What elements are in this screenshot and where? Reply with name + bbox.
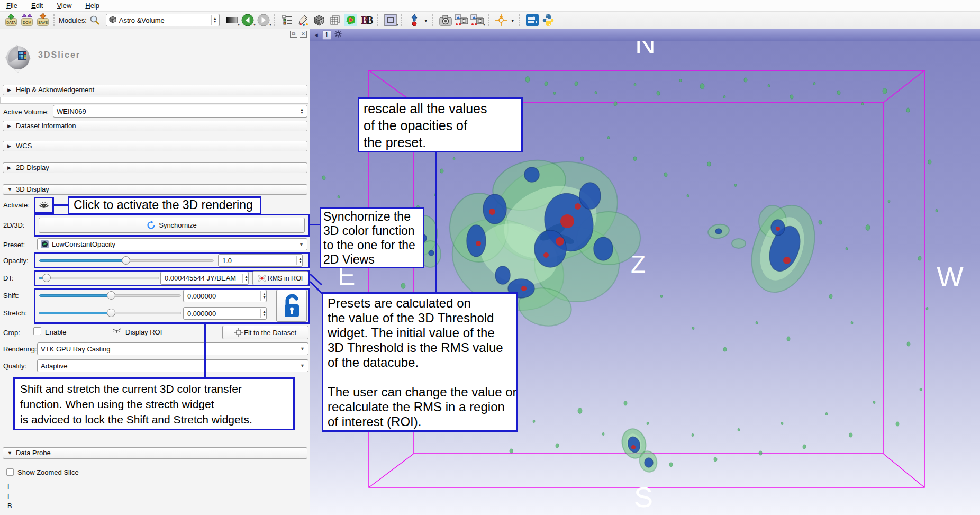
brains-registration-icon[interactable]: BB — [359, 13, 375, 28]
quality-combobox[interactable]: Adaptive ▼ — [37, 359, 308, 372]
view-controls-gear-icon[interactable] — [334, 30, 342, 40]
opacity-value: 1.0 — [222, 257, 296, 265]
help-strip — [0, 97, 308, 104]
toolbar-separator — [519, 14, 522, 26]
stretch-slider[interactable] — [39, 309, 181, 318]
orientation-label-n: N — [635, 41, 656, 59]
eye-icon — [39, 201, 49, 210]
shift-slider[interactable] — [39, 292, 181, 300]
pin-dropdown-icon[interactable]: ▾ — [422, 13, 430, 28]
menu-edit[interactable]: Edit — [31, 2, 43, 10]
probe-layer-f: F — [7, 492, 12, 500]
module-list-icon[interactable] — [279, 13, 295, 28]
fit-to-dataset-button[interactable]: Fit to the Dataset — [222, 326, 308, 339]
section-2d-display[interactable]: ▶2D Display — [3, 162, 307, 173]
section-dataset-information[interactable]: ▶Dataset Information — [3, 121, 307, 131]
opacity-spinbox[interactable]: 1.0 ▲▼ — [218, 254, 303, 267]
dt-label: DT: — [3, 274, 14, 282]
stretch-spinbox[interactable]: 0.000000 ▲▼ — [183, 307, 267, 320]
quality-label: Quality: — [3, 362, 26, 370]
threshold-spin-icon[interactable]: ▲▼ — [242, 274, 248, 283]
section-data-probe[interactable]: ▼Data Probe — [3, 447, 307, 459]
crosshair-icon[interactable] — [493, 13, 509, 28]
shift-label: Shift: — [3, 292, 19, 300]
module-search-icon[interactable] — [87, 13, 103, 28]
activate-eye-button[interactable] — [35, 198, 52, 212]
stretch-spin-icon[interactable]: ▲▼ — [260, 309, 266, 318]
show-zoomed-slice-checkbox[interactable] — [6, 468, 14, 476]
refresh-icon — [147, 221, 156, 230]
active-volume-combobox[interactable]: WEIN069 ▲▼ — [53, 105, 307, 118]
crop-enable-checkbox[interactable] — [33, 327, 41, 335]
threed-view: ◄ 1 NEZWS rescale all the valuesof the o… — [310, 29, 980, 515]
python-console-icon[interactable] — [540, 13, 556, 28]
annotation-connector — [310, 224, 321, 225]
orientation-label-w: W — [937, 260, 964, 292]
rendering-combobox[interactable]: VTK GPU Ray Casting ▼ — [37, 342, 308, 355]
crop-enable-label: Enable — [45, 328, 66, 336]
preset-thumbnail-icon — [41, 240, 49, 248]
threshold-spinbox[interactable]: 0.000445544 JY/BEAM ▲▼ — [160, 272, 249, 285]
opacity-spin-icon[interactable]: ▲▼ — [296, 256, 302, 265]
activate-label: Activate: — [3, 201, 30, 209]
threshold-slider[interactable] — [39, 274, 159, 283]
scene-restore-alt-icon[interactable]: ▾ — [469, 13, 485, 28]
section-3d-display[interactable]: ▼3D Display — [3, 184, 307, 195]
slicer-logo-text: 3DSlicer — [38, 50, 80, 60]
synchronize-button[interactable]: Synchornize — [39, 218, 305, 233]
menu-help[interactable]: Help — [85, 2, 99, 10]
load-data-icon[interactable]: DATA — [3, 13, 19, 28]
menu-file[interactable]: File — [6, 2, 17, 10]
activate-annotation: Click to activate the 3D rendering — [68, 196, 261, 214]
show-zoomed-slice-label: Show Zoomed Slice — [17, 468, 79, 476]
module-cube-icon — [108, 15, 116, 25]
screenshot-icon[interactable]: ▾ — [383, 13, 398, 28]
history-swatch-icon[interactable]: ▾ — [224, 13, 240, 28]
panel-restore-icon[interactable]: ⧉ — [290, 31, 297, 38]
data-grid-icon[interactable] — [327, 13, 343, 28]
shift-spin-icon[interactable]: ▲▼ — [260, 291, 266, 301]
lock-open-icon — [281, 294, 302, 318]
rms-in-roi-button[interactable]: RMS in ROI — [252, 271, 308, 285]
display-roi-label[interactable]: Display ROI — [125, 328, 162, 336]
roi-target-icon — [258, 275, 266, 282]
preset-label: Preset: — [3, 241, 25, 249]
pin-marker-icon[interactable] — [406, 13, 422, 28]
save-icon[interactable]: SAVE — [35, 13, 51, 28]
active-volume-label: Active Volume: — [3, 108, 49, 116]
slicer-window: File Edit View Help DATA DCM SAVE Module… — [0, 0, 980, 515]
section-help-acknowledgement[interactable]: ▶Help & Acknowledgement — [3, 85, 307, 95]
active-volume-spin-icon[interactable]: ▲▼ — [298, 106, 304, 116]
back-icon[interactable]: ▾ — [240, 13, 256, 28]
volume-cube-icon[interactable] — [311, 13, 327, 28]
shift-stretch-annotation: Shift and stretch the current 3D color t… — [13, 377, 295, 430]
panel-close-icon[interactable]: ✕ — [300, 31, 307, 38]
scene-capture-icon[interactable] — [438, 13, 453, 28]
slicer-logo — [3, 41, 36, 77]
roi-brain-icon[interactable] — [343, 13, 359, 28]
scene-restore-icon[interactable] — [453, 13, 469, 28]
module-spin-icon[interactable]: ▲▼ — [211, 15, 217, 25]
shift-spinbox[interactable]: 0.000000 ▲▼ — [183, 290, 267, 302]
edit-annotations-icon[interactable] — [295, 13, 311, 28]
extensions-icon[interactable] — [524, 13, 540, 28]
section-wcs[interactable]: ▶WCS — [3, 141, 307, 151]
preset-combobox[interactable]: LowConstantOpacity ▼ — [37, 238, 307, 250]
closed-eye-icon[interactable] — [112, 327, 122, 336]
probe-layer-b: B — [7, 502, 12, 510]
view-tab-label[interactable]: 1 — [322, 30, 331, 40]
module-selector[interactable]: Astro &Volume ▲▼ — [106, 14, 220, 26]
menu-view[interactable]: View — [57, 2, 71, 10]
active-volume-value: WEIN069 — [57, 107, 295, 115]
view-pin-icon[interactable]: ◄ — [313, 32, 319, 38]
load-dicom-icon[interactable]: DCM — [19, 13, 35, 28]
quality-value: Adaptive — [41, 362, 297, 370]
toolbar-separator — [377, 14, 380, 26]
opacity-slider[interactable] — [39, 257, 214, 265]
lock-shift-stretch-button[interactable] — [276, 290, 307, 322]
forward-icon[interactable]: ▾ — [256, 13, 271, 28]
sync-annotation-frame: Synchornize — [34, 214, 310, 237]
preset-value: LowConstantOpacity — [52, 240, 296, 248]
crosshair-dropdown-icon[interactable]: ▾ — [509, 13, 516, 28]
main-toolbar: DATA DCM SAVE Modules: Astro &Volume ▲▼ … — [0, 12, 980, 29]
